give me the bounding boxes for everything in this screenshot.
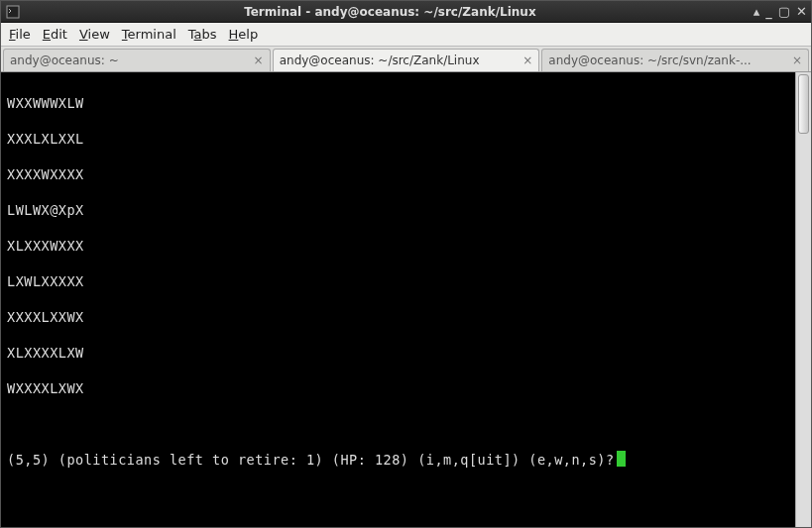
- map-row: XXXXWXXXX: [7, 165, 789, 183]
- scrollbar-thumb[interactable]: [798, 74, 809, 134]
- map-row: WXXXXLXWX: [7, 379, 789, 397]
- menu-view[interactable]: View: [79, 27, 110, 42]
- menu-tabs[interactable]: Tabs: [188, 27, 217, 42]
- status-line: (5,5) (politicians left to retire: 1) (H…: [7, 451, 789, 469]
- minimize-icon[interactable]: _: [765, 5, 772, 18]
- terminal-area: WXXWWWXLW XXXLXLXXL XXXXWXXXX LWLWX@XpX …: [1, 72, 811, 527]
- map-row: LWLWX@XpX: [7, 201, 789, 219]
- status-text: (5,5) (politicians left to retire: 1) (H…: [7, 452, 615, 468]
- tab-close-icon[interactable]: ×: [792, 53, 802, 67]
- titlebar: Terminal - andy@oceanus: ~/src/Zank/Linu…: [1, 1, 811, 23]
- terminal-output[interactable]: WXXWWWXLW XXXLXLXXL XXXXWXXXX LWLWX@XpX …: [1, 72, 795, 527]
- tabbar: andy@oceanus: ~ × andy@oceanus: ~/src/Za…: [1, 47, 811, 72]
- menu-terminal[interactable]: Terminal: [122, 27, 176, 42]
- menu-help[interactable]: Help: [229, 27, 259, 42]
- map-row: XXXLXLXXL: [7, 130, 789, 148]
- map-row: WXXWWWXLW: [7, 94, 789, 112]
- close-icon[interactable]: ✕: [796, 5, 807, 18]
- maximize-icon[interactable]: ▢: [778, 5, 790, 18]
- tab-1[interactable]: andy@oceanus: ~/src/Zank/Linux ×: [273, 49, 540, 71]
- window-title: Terminal - andy@oceanus: ~/src/Zank/Linu…: [27, 5, 754, 19]
- menubar: File Edit View Terminal Tabs Help: [1, 23, 811, 47]
- tab-2[interactable]: andy@oceanus: ~/src/svn/zank-... ×: [541, 49, 809, 71]
- tab-close-icon[interactable]: ×: [254, 53, 264, 67]
- scrollbar[interactable]: [795, 72, 811, 527]
- map-row: XLXXXXLXW: [7, 344, 789, 362]
- map-row: LXWLXXXXX: [7, 272, 789, 290]
- blank-line: [7, 415, 789, 433]
- map-row: XLXXXWXXX: [7, 237, 789, 255]
- tab-close-icon[interactable]: ×: [522, 53, 532, 67]
- tab-label: andy@oceanus: ~/src/Zank/Linux: [280, 53, 520, 67]
- tab-label: andy@oceanus: ~: [10, 53, 250, 67]
- menu-file[interactable]: File: [9, 27, 31, 42]
- cursor: [617, 451, 626, 467]
- menu-edit[interactable]: Edit: [43, 27, 67, 42]
- app-icon: [5, 4, 21, 20]
- stick-icon[interactable]: ▴: [754, 5, 760, 18]
- tab-0[interactable]: andy@oceanus: ~ ×: [3, 49, 271, 71]
- map-row: XXXXLXXWX: [7, 308, 789, 326]
- tab-label: andy@oceanus: ~/src/svn/zank-...: [548, 53, 788, 67]
- terminal-window: Terminal - andy@oceanus: ~/src/Zank/Linu…: [0, 0, 812, 528]
- svg-rect-0: [7, 6, 19, 18]
